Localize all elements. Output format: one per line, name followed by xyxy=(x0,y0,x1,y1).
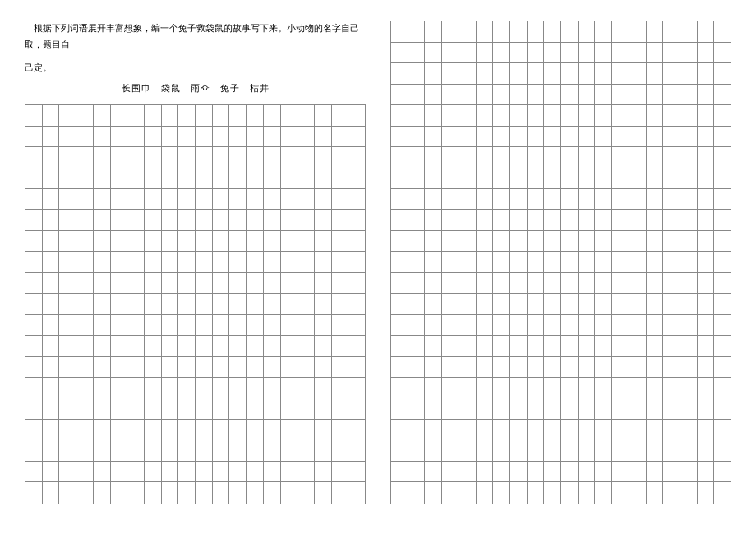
grid-cell xyxy=(297,252,315,273)
grid-cell xyxy=(680,252,698,273)
grid-cell xyxy=(264,189,281,209)
grid-cell xyxy=(145,231,162,251)
grid-cell xyxy=(459,85,477,105)
grid-cell xyxy=(315,398,332,419)
grid-cell xyxy=(647,147,664,168)
grid-cell xyxy=(391,294,408,315)
grid-cell xyxy=(680,398,698,419)
grid-cell xyxy=(229,147,247,168)
grid-cell xyxy=(408,231,426,251)
grid-cell xyxy=(561,315,579,335)
grid-cell xyxy=(714,420,731,440)
grid-cell xyxy=(544,252,561,273)
grid-cell xyxy=(629,315,647,335)
grid-cell xyxy=(391,440,408,461)
grid-cell xyxy=(510,147,528,168)
grid-cell xyxy=(408,63,426,84)
grid-cell xyxy=(178,315,196,335)
grid-cell xyxy=(111,420,128,440)
grid-cell xyxy=(391,21,408,42)
grid-cell xyxy=(43,357,60,377)
grid-cell xyxy=(297,189,315,209)
grid-cell xyxy=(493,252,510,273)
grid-cell xyxy=(178,336,196,357)
grid-cell xyxy=(493,63,510,84)
grid-cell xyxy=(196,168,213,189)
grid-cell xyxy=(247,378,264,398)
grid-cell xyxy=(629,440,647,461)
grid-cell xyxy=(561,252,579,273)
grid-cell xyxy=(332,127,349,147)
grid-cell xyxy=(332,210,349,231)
grid-cell xyxy=(663,210,680,231)
grid-cell xyxy=(579,63,596,84)
grid-cell xyxy=(281,147,298,168)
grid-cell xyxy=(647,294,664,315)
grid-cell xyxy=(510,378,528,398)
grid-cell xyxy=(528,85,545,105)
grid-row xyxy=(25,210,365,232)
grid-cell xyxy=(510,168,528,189)
grid-cell xyxy=(281,273,298,293)
grid-cell xyxy=(332,294,349,315)
grid-cell xyxy=(579,43,596,63)
grid-cell xyxy=(162,336,179,357)
grid-cell xyxy=(579,420,596,440)
grid-cell xyxy=(264,440,281,461)
grid-cell xyxy=(595,189,612,209)
grid-cell xyxy=(629,378,647,398)
grid-cell xyxy=(595,462,612,482)
grid-cell xyxy=(111,168,128,189)
left-column: 根据下列词语展开丰富想象，编一个兔子救袋鼠的故事写下来。小动物的名字自己取，题目… xyxy=(25,21,366,504)
instruction-line-2: 己定。 xyxy=(25,60,366,76)
grid-row xyxy=(391,420,731,441)
grid-cell xyxy=(663,252,680,273)
grid-cell xyxy=(442,336,459,357)
grid-cell xyxy=(595,336,612,357)
grid-cell xyxy=(264,105,281,126)
word-list: 长围巾 袋鼠 雨伞 兔子 枯井 xyxy=(25,82,366,94)
grid-cell xyxy=(595,21,612,42)
grid-row xyxy=(391,63,731,85)
grid-cell xyxy=(145,420,162,440)
grid-cell xyxy=(493,398,510,419)
grid-cell xyxy=(264,378,281,398)
grid-cell xyxy=(612,85,629,105)
grid-cell xyxy=(442,398,459,419)
grid-cell xyxy=(459,294,477,315)
grid-cell xyxy=(332,231,349,251)
grid-cell xyxy=(680,85,698,105)
grid-cell xyxy=(229,189,247,209)
grid-cell xyxy=(459,336,477,357)
grid-cell xyxy=(493,85,510,105)
grid-cell xyxy=(391,398,408,419)
grid-cell xyxy=(391,105,408,126)
grid-cell xyxy=(25,440,43,461)
grid-cell xyxy=(178,462,196,482)
grid-cell xyxy=(178,482,196,504)
grid-cell xyxy=(698,398,715,419)
grid-cell xyxy=(281,105,298,126)
grid-cell xyxy=(332,440,349,461)
grid-cell xyxy=(528,378,545,398)
grid-cell xyxy=(459,147,477,168)
grid-cell xyxy=(629,43,647,63)
grid-cell xyxy=(94,336,111,357)
grid-cell xyxy=(281,336,298,357)
grid-row xyxy=(25,105,365,127)
grid-cell xyxy=(612,294,629,315)
grid-cell xyxy=(612,63,629,84)
grid-cell xyxy=(332,315,349,335)
grid-cell xyxy=(663,231,680,251)
grid-cell xyxy=(297,315,315,335)
grid-cell xyxy=(391,482,408,504)
grid-cell xyxy=(213,420,230,440)
grid-cell xyxy=(528,420,545,440)
grid-cell xyxy=(544,43,561,63)
grid-cell xyxy=(247,398,264,419)
grid-cell xyxy=(59,315,76,335)
grid-cell xyxy=(348,147,365,168)
grid-cell xyxy=(510,43,528,63)
grid-cell xyxy=(247,440,264,461)
grid-cell xyxy=(43,294,60,315)
